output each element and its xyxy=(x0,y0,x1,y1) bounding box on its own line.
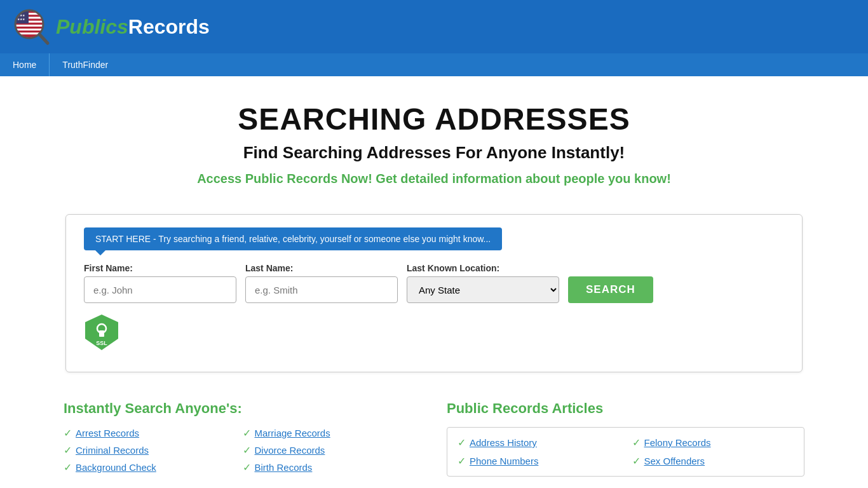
list-item: ✓ Felony Records xyxy=(632,437,794,449)
check-icon: ✓ xyxy=(458,455,466,467)
logo-records: Records xyxy=(128,15,210,38)
check-icon: ✓ xyxy=(243,444,251,456)
bottom-section: Instantly Search Anyone's: ✓ Arrest Reco… xyxy=(0,388,868,488)
search-box: START HERE - Try searching a friend, rel… xyxy=(65,214,803,372)
state-select[interactable]: Any StateAlabamaAlaskaArizonaArkansasCal… xyxy=(407,276,559,303)
article-col-2: ✓ Felony Records ✓ Sex Offenders xyxy=(632,437,794,467)
location-label: Last Known Location: xyxy=(407,263,559,273)
state-group: Last Known Location: Any StateAlabamaAla… xyxy=(407,263,559,303)
svg-text:SSL: SSL xyxy=(96,340,107,346)
left-column: Instantly Search Anyone's: ✓ Arrest Reco… xyxy=(64,400,421,477)
hero-description: Access Public Records Now! Get detailed … xyxy=(13,172,855,186)
search-form: First Name: Last Name: Last Known Locati… xyxy=(84,263,784,303)
logo-publics: Publics xyxy=(56,15,128,38)
check-icon: ✓ xyxy=(64,444,72,456)
right-column: Public Records Articles ✓ Address Histor… xyxy=(447,400,804,477)
check-icon: ✓ xyxy=(632,455,641,467)
list-item: ✓ Arrest Records xyxy=(64,427,243,439)
first-name-group: First Name: xyxy=(84,263,236,303)
list-item: ✓ Marriage Records xyxy=(243,427,422,439)
address-history-link[interactable]: Address History xyxy=(470,437,537,448)
last-name-group: Last Name: xyxy=(245,263,398,303)
record-col-1: ✓ Arrest Records ✓ Criminal Records ✓ Ba… xyxy=(64,427,243,473)
last-name-label: Last Name: xyxy=(245,263,398,273)
list-item: ✓ Birth Records xyxy=(243,461,422,473)
arrest-records-link[interactable]: Arrest Records xyxy=(76,428,139,438)
article-col-1: ✓ Address History ✓ Phone Numbers xyxy=(458,437,620,467)
list-item: ✓ Phone Numbers xyxy=(458,455,620,467)
marriage-records-link[interactable]: Marriage Records xyxy=(255,428,330,438)
check-icon: ✓ xyxy=(632,437,641,449)
hero-section: SEARCHING ADDRESSES Find Searching Addre… xyxy=(0,76,868,199)
check-icon: ✓ xyxy=(64,461,72,473)
phone-numbers-link[interactable]: Phone Numbers xyxy=(470,456,538,466)
svg-rect-7 xyxy=(16,29,43,30)
check-icon: ✓ xyxy=(458,437,466,449)
article-row: ✓ Address History ✓ Phone Numbers ✓ Felo… xyxy=(458,437,794,467)
record-list: ✓ Arrest Records ✓ Criminal Records ✓ Ba… xyxy=(64,427,421,473)
divorce-records-link[interactable]: Divorce Records xyxy=(255,445,325,456)
articles-box: ✓ Address History ✓ Phone Numbers ✓ Felo… xyxy=(447,427,804,477)
start-banner: START HERE - Try searching a friend, rel… xyxy=(84,227,502,250)
main-nav: Home TruthFinder xyxy=(0,53,868,76)
svg-rect-6 xyxy=(16,25,43,27)
nav-truthfinder[interactable]: TruthFinder xyxy=(50,53,121,76)
ssl-badge: SSL xyxy=(84,313,119,351)
logo-text: PublicsRecords xyxy=(56,15,210,39)
logo-area: ★★★ ★★★ PublicsRecords xyxy=(13,8,210,46)
list-item: ✓ Address History xyxy=(458,437,620,449)
header: ★★★ ★★★ PublicsRecords xyxy=(0,0,868,53)
birth-records-link[interactable]: Birth Records xyxy=(255,462,313,473)
sex-offenders-link[interactable]: Sex Offenders xyxy=(644,456,705,466)
list-item: ✓ Criminal Records xyxy=(64,444,243,456)
first-name-label: First Name: xyxy=(84,263,236,273)
logo-icon: ★★★ ★★★ xyxy=(13,8,51,46)
articles-heading: Public Records Articles xyxy=(447,400,804,417)
svg-text:★★★: ★★★ xyxy=(17,17,25,21)
instantly-search-heading: Instantly Search Anyone's: xyxy=(64,400,421,417)
hero-title: SEARCHING ADDRESSES xyxy=(13,102,855,137)
list-item: ✓ Background Check xyxy=(64,461,243,473)
nav-home[interactable]: Home xyxy=(0,53,49,76)
criminal-records-link[interactable]: Criminal Records xyxy=(76,445,149,456)
svg-rect-16 xyxy=(99,330,104,337)
list-item: ✓ Divorce Records xyxy=(243,444,422,456)
felony-records-link[interactable]: Felony Records xyxy=(644,437,711,448)
search-button[interactable]: SEARCH xyxy=(568,276,653,303)
check-icon: ✓ xyxy=(243,427,251,439)
check-icon: ✓ xyxy=(64,427,72,439)
svg-line-12 xyxy=(39,34,48,43)
check-icon: ✓ xyxy=(243,461,251,473)
background-check-link[interactable]: Background Check xyxy=(76,462,156,473)
first-name-input[interactable] xyxy=(84,276,236,303)
last-name-input[interactable] xyxy=(245,276,398,303)
list-item: ✓ Sex Offenders xyxy=(632,455,794,467)
record-col-2: ✓ Marriage Records ✓ Divorce Records ✓ B… xyxy=(243,427,422,473)
hero-subtitle: Find Searching Addresses For Anyone Inst… xyxy=(13,143,855,163)
